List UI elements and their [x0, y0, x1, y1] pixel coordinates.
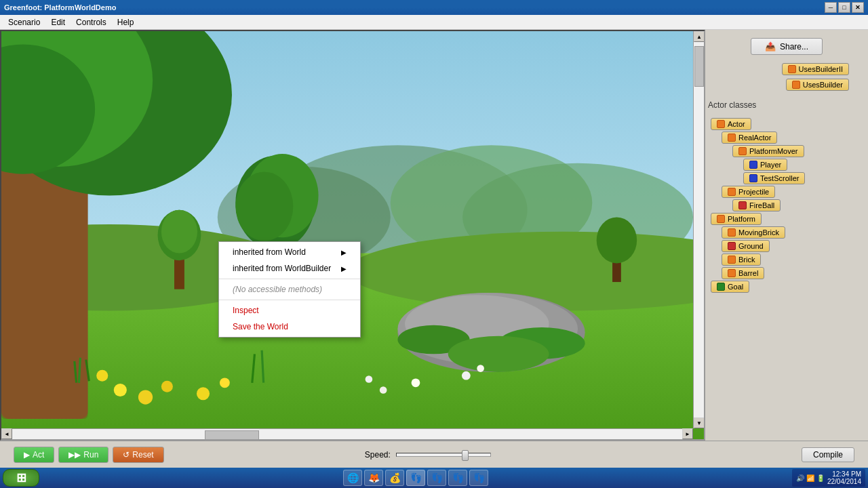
svg-point-15 [161, 210, 197, 253]
ctx-inherited-worldbuilder[interactable]: inherited from WorldBuilder ▶ [219, 260, 360, 277]
compile-button[interactable]: Compile [802, 447, 854, 462]
reset-button[interactable]: ↺ Reset [113, 447, 163, 463]
scroll-thumb-h[interactable] [205, 430, 259, 440]
svg-point-19 [235, 171, 293, 241]
canvas-area: inherited from World ▶ inherited from Wo… [0, 30, 705, 441]
taskbar-icon-ie[interactable]: 🌐 [343, 470, 362, 486]
class-icon-usesbuilder2 [788, 65, 796, 73]
actor-section-label: Actor classes [708, 100, 868, 110]
class-platformmover[interactable]: PlatformMover [732, 145, 804, 157]
class-icon-player [749, 161, 757, 169]
taskbar-icon-app3[interactable]: 👣 [427, 470, 446, 486]
scroll-thumb-v[interactable] [694, 46, 704, 87]
speed-thumb[interactable] [462, 450, 469, 461]
class-player[interactable]: Player [743, 159, 787, 171]
menu-scenario[interactable]: Scenario [3, 16, 45, 28]
ctx-no-methods: (No accessible methods) [219, 281, 360, 298]
speed-slider[interactable] [396, 453, 491, 457]
svg-point-37 [380, 386, 387, 394]
class-icon-projectile [728, 188, 736, 196]
svg-point-33 [220, 378, 230, 388]
svg-point-35 [477, 365, 484, 372]
act-icon: ▶ [24, 450, 30, 460]
svg-point-34 [462, 371, 471, 380]
taskbar-icon-app4[interactable]: 👣 [448, 470, 467, 486]
act-button[interactable]: ▶ Act [14, 447, 54, 463]
bottom-toolbar: ▶ Act ▶▶ Run ↺ Reset Speed: Compile [0, 441, 868, 468]
class-actor[interactable]: Actor [711, 118, 751, 130]
taskbar-time: 12:34 PM [827, 470, 861, 478]
ctx-separator-1 [219, 279, 360, 279]
class-icon-realactor [728, 134, 736, 142]
tray-icons: 🔊 📶 🔋 [796, 474, 825, 482]
taskbar-icon-app1[interactable]: 💰 [385, 470, 404, 486]
class-usesbuilder[interactable]: UsesBuilder [786, 79, 849, 91]
menu-controls[interactable]: Controls [71, 16, 112, 28]
scroll-right-arrow[interactable]: ► [682, 428, 693, 439]
scroll-up-arrow[interactable]: ▲ [694, 31, 705, 42]
svg-point-38 [412, 378, 420, 387]
title-text: Greenfoot: PlatformWorldDemo [4, 3, 116, 12]
class-icon-brick [728, 256, 736, 264]
class-ground[interactable]: Ground [722, 240, 770, 252]
ctx-inherited-world[interactable]: inherited from World ▶ [219, 244, 360, 260]
ctx-inspect[interactable]: Inspect [219, 302, 360, 319]
canvas-scrollbar-h: ◄ ► [1, 428, 693, 439]
svg-point-27 [448, 336, 549, 372]
menu-help[interactable]: Help [112, 16, 140, 28]
svg-point-36 [366, 375, 373, 383]
speed-control: Speed: [365, 450, 491, 460]
class-icon-actor [717, 120, 725, 128]
taskbar: ⊞ 🌐 🦊 💰 👣 👣 👣 👣 🔊 📶 🔋 12:34 PM 22/04/201… [0, 468, 868, 488]
class-icon-ground [728, 242, 736, 250]
right-panel: 📤 Share... UsesBuilderII UsesBuilder Ac [705, 30, 868, 441]
taskbar-date: 22/04/2014 [827, 478, 861, 485]
class-realactor[interactable]: RealActor [722, 131, 777, 144]
class-testscroller[interactable]: TestScroller [743, 172, 805, 184]
ctx-separator-2 [219, 300, 360, 300]
scroll-left-arrow[interactable]: ◄ [1, 428, 12, 439]
taskbar-icon-firefox[interactable]: 🦊 [364, 470, 383, 486]
class-barrel[interactable]: Barrel [722, 267, 764, 279]
class-brick[interactable]: Brick [722, 253, 761, 266]
class-icon-goal [717, 283, 725, 291]
share-button[interactable]: 📤 Share... [751, 38, 823, 55]
svg-point-28 [96, 370, 108, 382]
run-button[interactable]: ▶▶ Run [58, 447, 108, 463]
taskbar-tray: 🔊 📶 🔋 12:34 PM 22/04/2014 [792, 469, 865, 487]
class-usesbuilder2[interactable]: UsesBuilderII [782, 63, 849, 75]
class-icon-usesbuilder [792, 81, 800, 89]
taskbar-icon-app5[interactable]: 👣 [469, 470, 488, 486]
class-icon-fireball [738, 201, 747, 209]
class-goal[interactable]: Goal [711, 281, 749, 293]
run-icon: ▶▶ [68, 450, 81, 460]
titlebar-controls: ─ □ ✕ [825, 2, 864, 13]
class-platform[interactable]: Platform [711, 213, 762, 225]
menubar: Scenario Edit Controls Help [0, 15, 868, 30]
game-scene[interactable] [1, 31, 704, 439]
class-movingbrick[interactable]: MovingBrick [722, 226, 785, 239]
share-icon: 📤 [765, 41, 776, 52]
close-button[interactable]: ✕ [852, 2, 864, 13]
minimize-button[interactable]: ─ [825, 2, 837, 13]
speed-label: Speed: [365, 450, 391, 460]
world-classes: UsesBuilderII UsesBuilder [705, 62, 854, 92]
ctx-save-world[interactable]: Save the World [219, 319, 360, 335]
svg-point-21 [597, 217, 637, 263]
submenu-arrow-2: ▶ [341, 265, 347, 272]
class-fireball[interactable]: FireBall [732, 199, 781, 211]
svg-point-31 [161, 381, 173, 392]
menu-edit[interactable]: Edit [45, 16, 71, 28]
class-icon-movingbrick [728, 228, 736, 237]
scroll-down-arrow[interactable]: ▼ [694, 418, 705, 428]
titlebar: Greenfoot: PlatformWorldDemo ─ □ ✕ [0, 0, 868, 15]
svg-point-30 [138, 390, 153, 404]
canvas-scrollbar-v: ▲ ▼ [693, 31, 704, 428]
taskbar-icon-app2[interactable]: 👣 [406, 470, 425, 486]
class-icon-barrel [728, 269, 736, 277]
class-tree: Actor RealActor PlatformMover [705, 114, 868, 441]
start-button[interactable]: ⊞ [3, 469, 39, 487]
maximize-button[interactable]: □ [838, 2, 850, 13]
reset-icon: ↺ [123, 450, 130, 460]
class-projectile[interactable]: Projectile [722, 186, 775, 198]
